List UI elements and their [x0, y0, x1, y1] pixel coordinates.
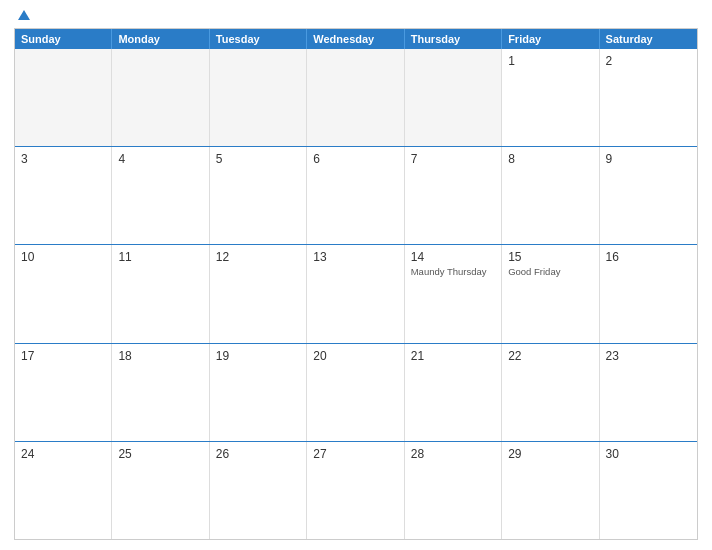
calendar-week-2: 3456789: [15, 147, 697, 245]
calendar: SundayMondayTuesdayWednesdayThursdayFrid…: [14, 28, 698, 540]
calendar-cell: 23: [600, 344, 697, 441]
calendar-header: [14, 10, 698, 20]
calendar-cell: 9: [600, 147, 697, 244]
day-number: 2: [606, 54, 691, 68]
calendar-day-headers: SundayMondayTuesdayWednesdayThursdayFrid…: [15, 29, 697, 49]
calendar-cell: 12: [210, 245, 307, 342]
logo: [16, 10, 30, 20]
day-number: 10: [21, 250, 105, 264]
calendar-cell: 8: [502, 147, 599, 244]
day-number: 23: [606, 349, 691, 363]
day-header-tuesday: Tuesday: [210, 29, 307, 49]
day-number: 16: [606, 250, 691, 264]
day-number: 22: [508, 349, 592, 363]
day-number: 17: [21, 349, 105, 363]
calendar-week-1: 12: [15, 49, 697, 147]
day-number: 3: [21, 152, 105, 166]
calendar-cell: 7: [405, 147, 502, 244]
day-number: 14: [411, 250, 495, 264]
calendar-cell: 4: [112, 147, 209, 244]
day-header-saturday: Saturday: [600, 29, 697, 49]
calendar-cell: 19: [210, 344, 307, 441]
calendar-cell: 6: [307, 147, 404, 244]
calendar-body: 1234567891011121314Maundy Thursday15Good…: [15, 49, 697, 539]
calendar-cell: 25: [112, 442, 209, 539]
day-number: 29: [508, 447, 592, 461]
day-number: 9: [606, 152, 691, 166]
calendar-cell: 27: [307, 442, 404, 539]
day-number: 13: [313, 250, 397, 264]
calendar-cell: [15, 49, 112, 146]
calendar-week-5: 24252627282930: [15, 442, 697, 539]
day-header-sunday: Sunday: [15, 29, 112, 49]
day-number: 26: [216, 447, 300, 461]
calendar-cell: [307, 49, 404, 146]
day-number: 15: [508, 250, 592, 264]
day-number: 12: [216, 250, 300, 264]
calendar-cell: 3: [15, 147, 112, 244]
page: SundayMondayTuesdayWednesdayThursdayFrid…: [0, 0, 712, 550]
calendar-cell: [405, 49, 502, 146]
day-header-friday: Friday: [502, 29, 599, 49]
day-number: 4: [118, 152, 202, 166]
calendar-cell: 10: [15, 245, 112, 342]
logo-triangle-icon: [18, 10, 30, 20]
calendar-cell: 24: [15, 442, 112, 539]
calendar-cell: 20: [307, 344, 404, 441]
calendar-cell: 1: [502, 49, 599, 146]
calendar-cell: 18: [112, 344, 209, 441]
day-number: 20: [313, 349, 397, 363]
calendar-cell: 14Maundy Thursday: [405, 245, 502, 342]
calendar-cell: 16: [600, 245, 697, 342]
calendar-cell: 17: [15, 344, 112, 441]
calendar-cell: 21: [405, 344, 502, 441]
calendar-cell: 2: [600, 49, 697, 146]
day-number: 11: [118, 250, 202, 264]
holiday-label: Good Friday: [508, 266, 592, 278]
calendar-cell: [112, 49, 209, 146]
day-number: 6: [313, 152, 397, 166]
calendar-cell: 29: [502, 442, 599, 539]
day-number: 25: [118, 447, 202, 461]
calendar-cell: 26: [210, 442, 307, 539]
day-header-monday: Monday: [112, 29, 209, 49]
day-number: 1: [508, 54, 592, 68]
day-number: 18: [118, 349, 202, 363]
day-number: 30: [606, 447, 691, 461]
calendar-cell: 22: [502, 344, 599, 441]
day-header-thursday: Thursday: [405, 29, 502, 49]
day-header-wednesday: Wednesday: [307, 29, 404, 49]
day-number: 8: [508, 152, 592, 166]
calendar-week-3: 1011121314Maundy Thursday15Good Friday16: [15, 245, 697, 343]
day-number: 19: [216, 349, 300, 363]
holiday-label: Maundy Thursday: [411, 266, 495, 278]
calendar-cell: 28: [405, 442, 502, 539]
calendar-cell: 5: [210, 147, 307, 244]
day-number: 7: [411, 152, 495, 166]
day-number: 27: [313, 447, 397, 461]
calendar-cell: 13: [307, 245, 404, 342]
day-number: 28: [411, 447, 495, 461]
calendar-cell: 11: [112, 245, 209, 342]
day-number: 24: [21, 447, 105, 461]
calendar-week-4: 17181920212223: [15, 344, 697, 442]
calendar-cell: 15Good Friday: [502, 245, 599, 342]
day-number: 5: [216, 152, 300, 166]
calendar-cell: [210, 49, 307, 146]
day-number: 21: [411, 349, 495, 363]
calendar-cell: 30: [600, 442, 697, 539]
